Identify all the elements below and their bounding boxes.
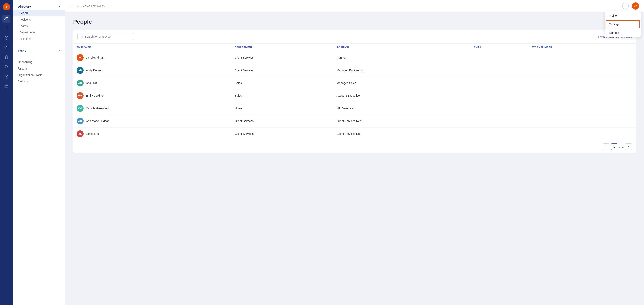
table-row[interactable]: JA Janelle Admal Client Services Partner [74,51,636,64]
heart-nav-icon[interactable] [2,44,10,52]
sidebar: Directory ▾ People Positions Teams Depar… [13,0,65,305]
svg-line-8 [7,68,8,69]
dropdown-divider [605,20,640,20]
svg-line-16 [79,7,80,7]
col-department: Department [232,44,334,51]
employee-name: Ana Diaz [86,81,98,85]
work-number-cell [529,89,636,102]
position-cell: Manager, Sales [334,77,471,89]
page-of-label: of 2 [619,145,624,148]
dropdown-profile[interactable]: Profile [605,12,640,20]
table-row[interactable]: AH Ann-Marie Hudson Client Services Clie… [74,115,636,128]
department-cell: Sales [232,77,334,89]
pagination: ‹ 1 of 2 › [74,140,636,153]
position-cell: Partner [334,51,471,64]
work-number-cell [529,128,636,140]
sidebar-divider [18,45,60,45]
email-cell [471,115,529,128]
people-table-card: Include inactive employees Employee Depa… [73,30,636,153]
sidebar-item-settings[interactable]: Settings [13,78,65,85]
employee-search-input[interactable] [85,35,131,38]
dropdown-settings[interactable]: Settings [606,20,640,28]
employee-search-box[interactable] [78,33,134,40]
app-logo[interactable]: ● [3,3,10,11]
table-row[interactable]: CG Camille Greenfield Home HR Generalist [74,102,636,115]
employee-name: Ann-Marie Hudson [86,119,110,123]
directory-section[interactable]: Directory ▾ [13,3,65,10]
dollar-nav-icon[interactable] [2,73,10,81]
svg-point-15 [77,5,79,7]
calendar-nav-icon[interactable] [2,24,10,32]
top-header: ? JA Profile Settings Sign out [65,0,644,12]
email-cell [471,64,529,77]
sidebar-item-people[interactable]: People [13,10,65,16]
svg-rect-1 [5,27,8,30]
employee-table: Employee Department Position Email Work … [74,44,636,140]
help-button[interactable]: ? [622,3,629,9]
department-cell: Client Services [232,128,334,140]
dropdown-signout[interactable]: Sign out [605,29,640,37]
table-row[interactable]: AD Andy Denner Client Services Manager, … [74,64,636,77]
table-toolbar: Include inactive employees [74,30,636,44]
department-cell: Home [232,102,334,115]
sidebar-item-org-profile[interactable]: Organization Profile [13,72,65,78]
clock-nav-icon[interactable] [2,34,10,42]
include-inactive-checkbox[interactable] [593,35,596,38]
position-cell: Manager, Engineering [334,64,471,77]
hamburger-button[interactable] [70,4,74,8]
star-nav-icon[interactable] [2,53,10,61]
svg-rect-11 [5,85,8,88]
department-cell: Client Services [232,64,334,77]
main-content: ? JA Profile Settings Sign out People [65,0,644,305]
employee-name: Janelle Admal [86,56,104,59]
work-number-cell [529,115,636,128]
svg-marker-6 [5,56,8,59]
col-position: Position [334,44,471,51]
table-row[interactable]: AD Ana Diaz Sales Manager, Sales [74,77,636,89]
sidebar-item-onboarding[interactable]: Onboarding [13,59,65,65]
chevron-right-icon: › [59,49,60,52]
tasks-section[interactable]: Tasks › [13,47,65,54]
col-email: Email [471,44,529,51]
email-cell [471,102,529,115]
briefcase-nav-icon[interactable] [2,82,10,90]
col-employee: Employee [74,44,232,51]
employee-avatar: JA [77,54,84,61]
department-cell: Client Services [232,115,334,128]
employee-cell: EG Emily Gardner [74,89,232,102]
page-title: People [73,19,636,25]
work-number-cell [529,102,636,115]
directory-label: Directory [18,5,31,8]
sidebar-item-positions[interactable]: Positions [13,16,65,23]
next-page-button[interactable]: › [625,143,632,150]
employee-cell: AD Andy Denner [74,64,232,77]
prev-page-button[interactable]: ‹ [603,143,610,150]
user-avatar-button[interactable]: JA [632,3,639,10]
employee-avatar: CG [77,105,84,112]
col-work-number: Work Number [529,44,636,51]
table-header: Employee Department Position Email Work … [74,44,636,51]
header-search[interactable] [77,5,619,8]
current-page: 1 [611,143,618,150]
header-right: ? JA [622,3,639,10]
chevron-down-icon: ▾ [59,5,60,8]
sidebar-item-locations[interactable]: Locations [13,36,65,42]
work-number-cell [529,77,636,89]
table-row[interactable]: EG Emily Gardner Sales Account Executive [74,89,636,102]
sidebar-item-reports[interactable]: Reports [13,65,65,72]
position-cell: HR Generalist [334,102,471,115]
employee-avatar: EG [77,92,84,99]
employee-search-icon [80,35,83,38]
people-nav-icon[interactable] [2,15,10,23]
header-search-input[interactable] [81,5,122,8]
email-cell [471,77,529,89]
sidebar-item-departments[interactable]: Departments [13,29,65,36]
svg-point-17 [81,36,83,38]
user-dropdown-menu: Profile Settings Sign out [604,11,641,37]
table-row[interactable]: JL Jamie Lau Client Services Client Serv… [74,128,636,140]
employee-avatar: AD [77,67,84,74]
sidebar-item-teams[interactable]: Teams [13,23,65,29]
search-nav-icon[interactable] [2,63,10,71]
work-number-cell [529,64,636,77]
svg-point-0 [5,17,7,19]
